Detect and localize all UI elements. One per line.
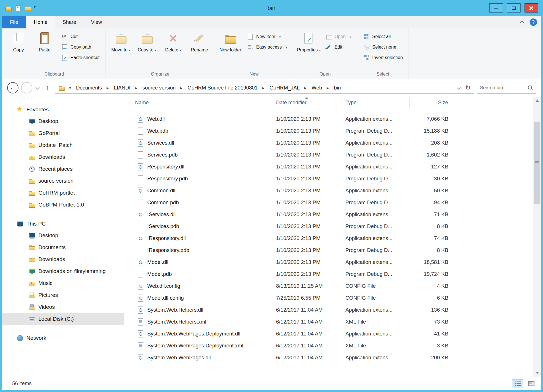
column-header-size[interactable]: Size xyxy=(410,97,455,109)
breadcrumb-item[interactable]: bin xyxy=(331,82,343,93)
sidebar-item[interactable]: Downloads xyxy=(2,253,124,265)
maximize-button[interactable] xyxy=(507,3,521,12)
tab-share[interactable]: Share xyxy=(55,16,84,28)
sidebar-item[interactable]: GoBPM-Portlet-1.0 xyxy=(2,199,124,211)
sidebar-item[interactable]: Desktop xyxy=(2,115,124,127)
paste-button[interactable]: Paste xyxy=(32,30,57,68)
refresh-icon[interactable] xyxy=(465,84,471,91)
table-row[interactable]: Services.dll 1/10/2020 2:13 PM Applicati… xyxy=(124,137,533,149)
collapse-ribbon-icon[interactable] xyxy=(520,21,525,26)
column-header-type[interactable]: Type xyxy=(341,97,410,109)
breadcrumb-item[interactable]: GoHRM_JAL xyxy=(267,82,309,93)
breadcrumb-item[interactable]: LIANDI xyxy=(111,82,140,93)
move-to-button[interactable]: Move to xyxy=(108,30,133,68)
delete-button[interactable]: Delete xyxy=(161,30,186,68)
edit-button[interactable]: Edit xyxy=(322,42,354,52)
table-row[interactable]: Responsitory.pdb 1/10/2020 2:13 PM Progr… xyxy=(124,173,533,185)
table-row[interactable]: System.Web.Helpers.xml 6/12/2017 11:04 A… xyxy=(124,316,533,328)
tab-file[interactable]: File xyxy=(2,16,26,28)
minimize-button[interactable] xyxy=(489,3,503,12)
table-row[interactable]: IServices.pdb 1/10/2020 2:13 PM Program … xyxy=(124,220,533,232)
scroll-down-button[interactable] xyxy=(533,369,541,377)
scrollbar-track[interactable] xyxy=(533,105,541,369)
vertical-scrollbar[interactable] xyxy=(533,97,541,377)
copy-path-button[interactable]: Copy path xyxy=(58,42,102,52)
copy-button[interactable]: Copy xyxy=(6,30,31,68)
table-row[interactable]: Common.dll 1/10/2020 2:13 PM Application… xyxy=(124,185,533,197)
sidebar-item[interactable]: Videos xyxy=(2,301,124,313)
rename-button[interactable]: Rename xyxy=(187,30,212,68)
new-item-button[interactable]: New item xyxy=(244,31,290,42)
breadcrumb-item[interactable]: Documents xyxy=(74,82,111,93)
tab-home[interactable]: Home xyxy=(26,16,55,28)
table-row[interactable]: Web.dll 1/10/2020 2:13 PM Application ex… xyxy=(124,113,533,125)
up-button[interactable] xyxy=(43,82,52,93)
sidebar-item[interactable]: Pictures xyxy=(2,289,124,301)
close-button[interactable] xyxy=(525,3,538,12)
table-row[interactable]: IResponsitory.pdb 1/10/2020 2:13 PM Prog… xyxy=(124,244,533,256)
sidebar-item[interactable]: Documents xyxy=(2,241,124,253)
breadcrumb[interactable]: « DocumentsLIANDIsource versionGoHRM Sou… xyxy=(55,82,474,94)
breadcrumb-overflow-button[interactable]: « xyxy=(66,85,74,91)
sidebar-item[interactable]: Downloads on flintylemming xyxy=(2,265,124,277)
sidebar-item[interactable]: Desktop xyxy=(2,230,124,241)
tab-view[interactable]: View xyxy=(84,16,109,28)
table-row[interactable]: IResponsitory.dll 1/10/2020 2:13 PM Appl… xyxy=(124,232,533,244)
folder-shortcut-icon[interactable] xyxy=(24,5,31,11)
table-row[interactable]: Common.pdb 1/10/2020 2:13 PM Program Deb… xyxy=(124,197,533,208)
copy-to-button[interactable]: Copy to xyxy=(134,30,159,68)
sidebar-item[interactable]: Recent places xyxy=(2,163,124,175)
sidebar-header-favorites[interactable]: Favorites xyxy=(2,104,124,115)
sidebar-item[interactable]: Music xyxy=(2,277,124,289)
qat-dropdown-icon[interactable] xyxy=(34,6,38,10)
search-input[interactable] xyxy=(480,85,528,91)
sidebar-item[interactable]: Local Disk (C:) xyxy=(2,313,124,325)
table-row[interactable]: Services.pdb 1/10/2020 2:13 PM Program D… xyxy=(124,149,533,161)
table-row[interactable]: Web.dll.config 8/13/2019 11:25 AM CONFIG… xyxy=(124,280,533,292)
invert-selection-button[interactable]: Invert selection xyxy=(360,52,406,63)
breadcrumb-item[interactable]: GoHRM Source File 20190801 xyxy=(185,82,267,93)
new-folder-button[interactable]: New folder xyxy=(218,30,243,68)
column-header-name[interactable]: Name xyxy=(124,97,272,109)
cut-button[interactable]: Cut xyxy=(58,31,102,42)
scrollbar-thumb[interactable] xyxy=(534,122,540,204)
sidebar-item[interactable]: source version xyxy=(2,175,124,187)
address-dropdown-icon[interactable] xyxy=(457,86,461,90)
paste-shortcut-button[interactable]: Paste shortcut xyxy=(58,52,102,63)
open-button[interactable]: Open xyxy=(322,31,354,42)
table-row[interactable]: System.Web.WebPages.Deployment.dll 6/12/… xyxy=(124,328,533,340)
sidebar-item[interactable]: Update_Patch xyxy=(2,139,124,151)
table-row[interactable]: System.Web.WebPages.dll 6/12/2017 11:04 … xyxy=(124,352,533,364)
table-row[interactable]: IServices.dll 1/10/2020 2:13 PM Applicat… xyxy=(124,208,533,220)
breadcrumb-item[interactable]: Web xyxy=(309,82,331,93)
table-row[interactable]: Web.pdb 1/10/2020 2:13 PM Program Debug … xyxy=(124,125,533,137)
table-row[interactable]: System.Web.WebPages.Deployment.xml 6/12/… xyxy=(124,340,533,352)
sidebar-item[interactable]: Downloads xyxy=(2,151,124,163)
sidebar-item-icon xyxy=(29,142,35,148)
file-type: Application extens... xyxy=(341,256,410,268)
sidebar-header-this-pc[interactable]: This PC xyxy=(2,218,124,230)
magnifier-icon[interactable] xyxy=(528,85,533,90)
sidebar-item[interactable]: GoPortal xyxy=(2,127,124,139)
scroll-up-button[interactable] xyxy=(533,97,541,105)
sidebar-item[interactable]: GoHRM-portlet xyxy=(2,187,124,199)
select-all-button[interactable]: Select all xyxy=(360,31,406,42)
table-row[interactable]: Responsitory.dll 1/10/2020 2:13 PM Appli… xyxy=(124,161,533,173)
document-icon[interactable] xyxy=(14,5,21,11)
help-icon[interactable] xyxy=(530,18,537,26)
table-row[interactable]: System.Web.Helpers.dll 6/12/2017 11:04 A… xyxy=(124,304,533,316)
table-row[interactable]: Model.dll.config 7/25/2019 6:55 PM CONFI… xyxy=(124,292,533,304)
details-view-button[interactable] xyxy=(512,379,523,388)
sidebar-header-network[interactable]: Network xyxy=(2,332,124,344)
breadcrumb-item[interactable]: source version xyxy=(140,82,185,93)
table-row[interactable]: Model.pdb 1/10/2020 2:13 PM Program Debu… xyxy=(124,268,533,280)
thumbnails-view-button[interactable] xyxy=(526,379,537,388)
forward-button[interactable] xyxy=(21,82,32,93)
easy-access-button[interactable]: Easy access xyxy=(244,42,290,52)
history-chevron-icon[interactable] xyxy=(35,85,40,90)
column-header-date-modified[interactable]: Date modified xyxy=(272,97,341,109)
properties-button[interactable]: Properties xyxy=(296,30,321,68)
back-button[interactable] xyxy=(7,82,18,93)
select-none-button[interactable]: Select none xyxy=(360,42,406,52)
table-row[interactable]: Model.dll 1/10/2020 2:13 PM Application … xyxy=(124,256,533,268)
